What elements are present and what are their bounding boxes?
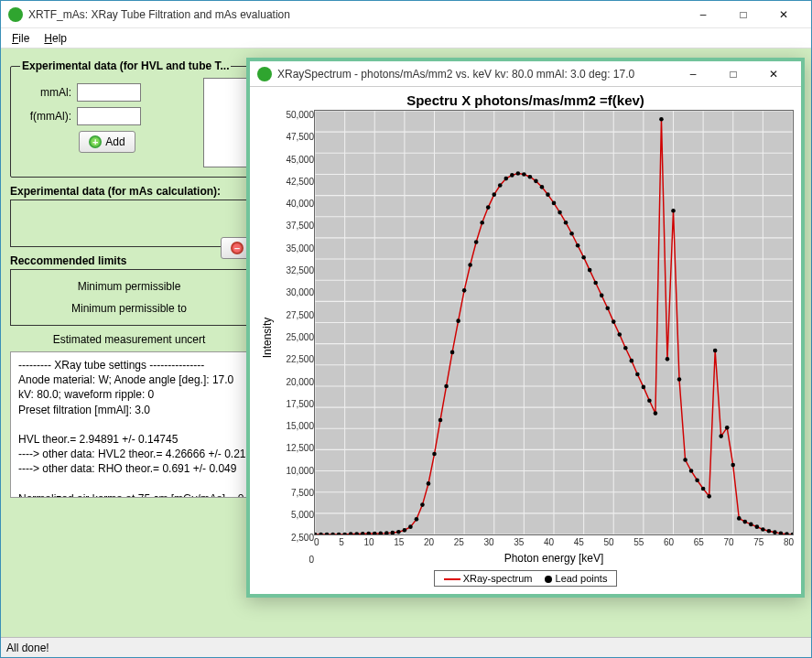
- svg-point-85: [593, 281, 598, 286]
- menu-help[interactable]: Help: [38, 30, 72, 47]
- chart-yticks: 50,00047,50045,00042,50040,00037,50035,0…: [277, 110, 314, 565]
- svg-point-42: [337, 533, 341, 534]
- svg-point-71: [510, 173, 514, 178]
- svg-point-68: [492, 192, 496, 197]
- svg-point-66: [480, 221, 484, 225]
- svg-point-51: [391, 531, 395, 534]
- spectrum-title: XRaySpectrum - photons/mAs/mm2 vs. keV k…: [277, 68, 673, 81]
- svg-point-88: [612, 319, 616, 324]
- svg-point-54: [408, 524, 413, 529]
- legend-dot-icon: [545, 576, 552, 583]
- chart-xticks: 05101520253035404550556065707580: [314, 537, 794, 552]
- svg-point-43: [342, 533, 347, 534]
- chart-title: Spectru X photons/mas/mm2 =f(kev): [257, 92, 794, 108]
- svg-point-117: [785, 532, 789, 534]
- svg-point-99: [677, 377, 682, 382]
- chart-plot-area[interactable]: [314, 110, 794, 535]
- svg-point-78: [552, 201, 557, 206]
- panel-mas: [10, 200, 248, 247]
- panel-experimental-hvl: Experimental data (for HVL and tube T...…: [10, 59, 257, 178]
- svg-point-96: [659, 117, 664, 122]
- svg-point-86: [600, 294, 604, 298]
- svg-point-109: [737, 516, 742, 521]
- svg-point-98: [671, 209, 676, 213]
- svg-point-114: [767, 529, 772, 534]
- svg-point-58: [432, 452, 437, 457]
- fmmal-input[interactable]: [77, 107, 141, 125]
- svg-point-102: [695, 478, 699, 482]
- svg-point-39: [319, 533, 323, 534]
- spectrum-maximize-button[interactable]: □: [713, 60, 753, 88]
- legend-series-label: XRay-spectrum: [463, 573, 533, 584]
- hvl-listbox[interactable]: [203, 78, 247, 167]
- svg-point-97: [666, 357, 670, 361]
- statusbar: All done!: [1, 637, 811, 657]
- svg-point-115: [773, 530, 777, 534]
- svg-point-61: [450, 351, 455, 355]
- svg-point-73: [522, 172, 526, 177]
- svg-point-63: [462, 288, 467, 293]
- svg-point-60: [444, 384, 449, 389]
- svg-point-84: [588, 268, 592, 273]
- svg-point-46: [361, 532, 365, 534]
- menubar: File Help: [1, 28, 811, 49]
- svg-point-52: [396, 530, 401, 534]
- chart-legend: XRay-spectrum Lead points: [434, 570, 618, 587]
- svg-point-50: [384, 531, 389, 534]
- uncert-label: Estimated measurement uncert: [10, 333, 248, 346]
- chart-svg: [315, 111, 793, 534]
- svg-point-94: [647, 398, 652, 403]
- main-titlebar: XRTF_mAs: XRay Tube Filtration and mAs e…: [1, 1, 811, 28]
- panel-limits: Minimum permissible Minimum permissible …: [10, 269, 248, 326]
- add-button-label: Add: [105, 135, 125, 148]
- svg-point-83: [581, 255, 586, 260]
- svg-point-108: [731, 463, 735, 468]
- status-text: All done!: [6, 642, 49, 654]
- svg-point-70: [504, 177, 509, 181]
- plot-wrap: Intensity 50,00047,50045,00042,50040,000…: [257, 110, 794, 565]
- chart-ylabel: Intensity: [261, 317, 274, 358]
- svg-point-92: [635, 372, 640, 377]
- svg-point-87: [605, 306, 610, 310]
- svg-point-57: [427, 481, 431, 486]
- svg-point-100: [683, 458, 687, 462]
- spectrum-app-icon: [257, 67, 272, 81]
- svg-point-38: [315, 533, 317, 534]
- svg-point-67: [486, 205, 491, 210]
- maximize-button[interactable]: □: [723, 1, 763, 28]
- svg-point-90: [623, 346, 628, 351]
- svg-point-110: [743, 520, 748, 524]
- svg-point-89: [617, 332, 622, 337]
- svg-point-107: [725, 426, 730, 430]
- svg-point-40: [325, 533, 330, 534]
- svg-point-62: [456, 318, 460, 323]
- svg-point-105: [713, 349, 718, 353]
- panel-experimental-hvl-legend: Experimental data (for HVL and tube T...: [20, 59, 231, 72]
- spectrum-minimize-button[interactable]: –: [673, 60, 713, 88]
- limits-line2: Minimum permissible to: [18, 302, 240, 315]
- svg-point-93: [642, 385, 646, 390]
- svg-point-82: [576, 243, 580, 248]
- app-icon: [8, 7, 23, 22]
- legend-line-icon: [444, 578, 460, 580]
- close-button[interactable]: ✕: [763, 1, 804, 28]
- svg-point-55: [415, 517, 419, 522]
- svg-point-41: [330, 533, 335, 534]
- svg-point-80: [564, 221, 568, 225]
- svg-point-56: [420, 502, 425, 507]
- spectrum-close-button[interactable]: ✕: [753, 60, 794, 88]
- svg-point-47: [366, 532, 371, 534]
- minimize-button[interactable]: –: [683, 1, 723, 28]
- legend-points-label: Lead points: [556, 573, 608, 584]
- svg-point-74: [528, 175, 533, 179]
- svg-point-65: [474, 240, 479, 244]
- svg-point-69: [498, 183, 503, 188]
- main-title: XRTF_mAs: XRay Tube Filtration and mAs e…: [28, 8, 683, 21]
- menu-file[interactable]: File: [6, 30, 35, 47]
- spectrum-titlebar: XRaySpectrum - photons/mAs/mm2 vs. keV k…: [250, 61, 801, 87]
- svg-point-48: [373, 532, 377, 534]
- add-button[interactable]: Add: [79, 131, 135, 153]
- mmal-input[interactable]: [77, 83, 141, 102]
- svg-point-116: [779, 532, 784, 534]
- delete-icon: [231, 242, 244, 254]
